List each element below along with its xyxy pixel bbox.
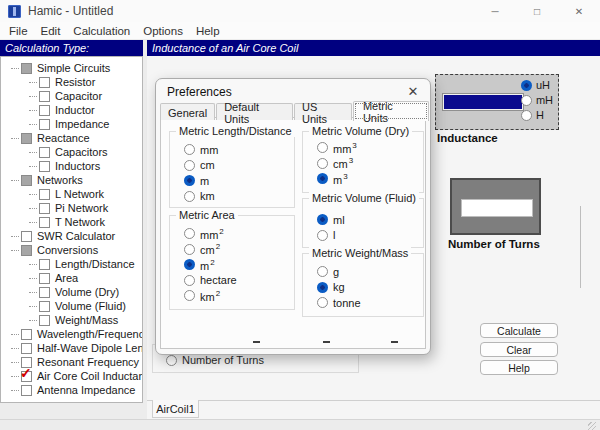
tree-connector bbox=[29, 194, 37, 195]
tree-item-simple-circuits[interactable]: Simple Circuits bbox=[1, 61, 142, 75]
checkbox-icon[interactable] bbox=[39, 259, 50, 270]
checkbox-icon[interactable] bbox=[39, 315, 50, 326]
tree-item-air-core-coil-inductance[interactable]: Air Core Coil Inductance bbox=[1, 369, 142, 383]
checkbox-icon[interactable] bbox=[39, 189, 50, 200]
minimize-button[interactable]: ─ bbox=[474, 0, 516, 22]
checkbox-icon[interactable] bbox=[39, 301, 50, 312]
tree-item-networks[interactable]: Networks bbox=[1, 173, 142, 187]
checkbox-icon[interactable] bbox=[21, 245, 32, 256]
tree-item-l-network[interactable]: L Network bbox=[1, 187, 142, 201]
radio-metric-area-hectare[interactable]: hectare bbox=[184, 273, 294, 289]
menu-calculation[interactable]: Calculation bbox=[73, 25, 130, 37]
radio-unit-uh[interactable]: uH bbox=[521, 79, 553, 91]
tree-item-capacitor[interactable]: Capacitor bbox=[1, 89, 142, 103]
radio-metric-area-m[interactable]: m2 bbox=[184, 257, 294, 273]
close-button[interactable]: ✕ bbox=[558, 0, 600, 22]
dialog-close-icon[interactable]: ✕ bbox=[405, 83, 421, 99]
tree-item-conversions[interactable]: Conversions bbox=[1, 243, 142, 257]
checkbox-icon[interactable] bbox=[21, 385, 32, 396]
number-of-turns-input[interactable] bbox=[461, 199, 533, 217]
checkbox-icon[interactable] bbox=[39, 119, 50, 130]
checkbox-icon[interactable] bbox=[39, 217, 50, 228]
radio-metric-weight-mass-g[interactable]: g bbox=[317, 264, 423, 280]
checkbox-icon[interactable] bbox=[21, 175, 32, 186]
calculation-type-tree: Simple CircuitsResistorCapacitorInductor… bbox=[0, 56, 143, 403]
checkbox-icon[interactable] bbox=[21, 231, 32, 242]
checkbox-icon[interactable] bbox=[21, 329, 32, 340]
radio-metric-volume-fluid-l[interactable]: l bbox=[317, 228, 423, 244]
tree-item-half-wave-dipole-length[interactable]: Half-Wave Dipole Length bbox=[1, 341, 142, 355]
help-button[interactable]: Help bbox=[480, 360, 558, 375]
calculate-button[interactable]: Calculate bbox=[480, 323, 558, 338]
radio-unit-mh[interactable]: mH bbox=[521, 94, 553, 106]
tree-connector bbox=[29, 124, 37, 125]
checkbox-icon[interactable] bbox=[21, 133, 32, 144]
tree-item-weight-mass[interactable]: Weight/Mass bbox=[1, 313, 142, 327]
radio-icon bbox=[184, 290, 195, 301]
tree-connector bbox=[11, 348, 19, 349]
tree-item-area[interactable]: Area bbox=[1, 271, 142, 285]
tab-us-units[interactable]: US Units bbox=[294, 103, 352, 120]
tree-item-pi-network[interactable]: Pi Network bbox=[1, 201, 142, 215]
radio-metric-area-mm[interactable]: mm2 bbox=[184, 226, 294, 242]
tree-item-volume-dry[interactable]: Volume (Dry) bbox=[1, 285, 142, 299]
tree-item-inductors[interactable]: Inductors bbox=[1, 159, 142, 173]
clear-button[interactable]: Clear bbox=[480, 342, 558, 357]
tab-metric-units[interactable]: Metric Units bbox=[353, 101, 429, 121]
checkbox-icon[interactable] bbox=[39, 77, 50, 88]
radio-metric-length-distance-km[interactable]: km bbox=[184, 189, 294, 205]
radio-metric-length-distance-m[interactable]: m bbox=[184, 173, 294, 189]
checkbox-icon[interactable] bbox=[21, 343, 32, 354]
radio-metric-volume-dry-mm[interactable]: mm3 bbox=[317, 140, 423, 156]
radio-icon bbox=[317, 230, 328, 241]
tab-general[interactable]: General bbox=[160, 103, 215, 120]
radio-icon bbox=[184, 228, 195, 239]
tree-item-swr-calculator[interactable]: SWR Calculator bbox=[1, 229, 142, 243]
checked-checkbox-icon[interactable] bbox=[21, 371, 32, 382]
resize-grip-icon[interactable] bbox=[588, 422, 596, 430]
tree-item-capacitors[interactable]: Capacitors bbox=[1, 145, 142, 159]
radio-label: km bbox=[200, 190, 215, 202]
radio-unit-h[interactable]: H bbox=[521, 109, 553, 121]
checkbox-icon[interactable] bbox=[39, 105, 50, 116]
tree-item-inductor[interactable]: Inductor bbox=[1, 103, 142, 117]
tree-item-t-network[interactable]: T Network bbox=[1, 215, 142, 229]
tree-item-resistor[interactable]: Resistor bbox=[1, 75, 142, 89]
radio-metric-area-km[interactable]: km2 bbox=[184, 288, 294, 304]
tree-item-wavelength-frequency[interactable]: Wavelength/Frequency bbox=[1, 327, 142, 341]
radio-metric-length-distance-cm[interactable]: cm bbox=[184, 158, 294, 174]
radio-label: cm2 bbox=[200, 242, 220, 256]
menu-file[interactable]: File bbox=[9, 25, 28, 37]
clipped-button-mark bbox=[253, 341, 260, 343]
tab-default-units[interactable]: Default Units bbox=[216, 103, 293, 120]
checkbox-icon[interactable] bbox=[39, 91, 50, 102]
radio-metric-length-distance-mm[interactable]: mm bbox=[184, 142, 294, 158]
radio-metric-area-cm[interactable]: cm2 bbox=[184, 242, 294, 258]
menu-edit[interactable]: Edit bbox=[41, 25, 61, 37]
checkbox-icon[interactable] bbox=[39, 273, 50, 284]
radio-metric-weight-mass-kg[interactable]: kg bbox=[317, 280, 423, 296]
radio-metric-volume-fluid-ml[interactable]: ml bbox=[317, 212, 423, 228]
checkbox-icon[interactable] bbox=[39, 161, 50, 172]
radio-metric-weight-mass-tonne[interactable]: tonne bbox=[317, 295, 423, 311]
tab-aircoil1[interactable]: AirCoil1 bbox=[152, 400, 199, 418]
checkbox-icon[interactable] bbox=[21, 63, 32, 74]
group-metric-length-distance: Metric Length/Distancemmcmmkm bbox=[169, 131, 295, 208]
tree-item-impedance[interactable]: Impedance bbox=[1, 117, 142, 131]
checkbox-icon[interactable] bbox=[39, 203, 50, 214]
number-of-turns-radio[interactable]: Number of Turns bbox=[166, 354, 264, 366]
radio-metric-volume-dry-m[interactable]: m3 bbox=[317, 171, 423, 187]
tree-item-volume-fluid[interactable]: Volume (Fluid) bbox=[1, 299, 142, 313]
maximize-button[interactable]: □ bbox=[516, 0, 558, 22]
radio-icon bbox=[317, 297, 328, 308]
tree-item-length-distance[interactable]: Length/Distance bbox=[1, 257, 142, 271]
menu-options[interactable]: Options bbox=[143, 25, 183, 37]
tree-connector bbox=[29, 264, 37, 265]
menu-help[interactable]: Help bbox=[196, 25, 220, 37]
tree-item-reactance[interactable]: Reactance bbox=[1, 131, 142, 145]
radio-metric-volume-dry-cm[interactable]: cm3 bbox=[317, 156, 423, 172]
checkbox-icon[interactable] bbox=[39, 287, 50, 298]
checkbox-icon[interactable] bbox=[39, 147, 50, 158]
tree-item-label: T Network bbox=[55, 216, 105, 228]
tree-item-antenna-impedance[interactable]: Antenna Impedance bbox=[1, 383, 142, 397]
